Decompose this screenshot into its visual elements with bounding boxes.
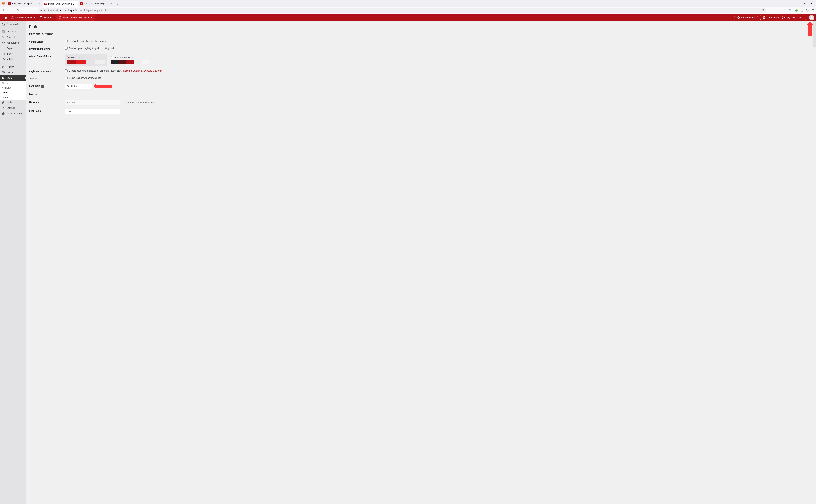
scrollbar[interactable] <box>813 21 816 47</box>
section-heading-personal: Personal Options <box>29 32 813 36</box>
toolbar-checkbox[interactable] <box>65 77 68 79</box>
browser-toolbar: 🡠 🡢 ⟳ https://uark.pressbooks.pub/styleg… <box>0 7 816 14</box>
browser-tab-bar: 🦊 PB Edit Chapter "Languages" ‹ Styl ✕ P… <box>0 0 816 7</box>
app-topbar: PB Administer Network My Books Style - U… <box>0 14 816 21</box>
admin-sidebar: Dashboard Organize Book Info Appearance … <box>0 21 26 504</box>
sidebar-item-export[interactable]: Export <box>0 46 26 51</box>
close-tab-icon[interactable]: ✕ <box>110 2 113 5</box>
puzzle-icon[interactable]: 🧩 <box>795 9 798 12</box>
tab-overflow-icon[interactable]: ⌄ <box>790 2 792 5</box>
back-button[interactable]: 🡠 <box>2 8 7 13</box>
pressbooks-logo[interactable]: PB <box>2 16 9 19</box>
main-content: Profile Personal Options Visual Editor D… <box>26 21 816 504</box>
select-value: Site Default <box>67 85 78 88</box>
svg-point-9 <box>811 16 813 18</box>
sidebar-label: Publish <box>7 58 14 61</box>
pressbooks-favicon-icon: PB <box>8 2 11 5</box>
sidebar-label: Plugins <box>7 66 14 68</box>
annotation-arrow-up <box>808 25 812 36</box>
clone-book-button[interactable]: Clone Book <box>760 15 783 20</box>
close-window-button[interactable]: ✕ <box>810 2 812 5</box>
svg-point-15 <box>3 108 4 108</box>
radio-pressbooks[interactable] <box>67 56 69 59</box>
svg-point-13 <box>2 77 3 78</box>
color-scheme-option-pressbooks[interactable]: Pressbooks <box>65 54 107 66</box>
keyboard-doc-link[interactable]: Documentation on Keyboard Shortcuts <box>123 69 162 72</box>
browser-tab[interactable]: PB How to Size Your Images for Pr ✕ <box>78 1 114 7</box>
sidebar-item-tools[interactable]: Tools <box>0 100 26 105</box>
swatches <box>67 60 105 64</box>
radio-a11y[interactable] <box>111 56 114 59</box>
syntax-label: Syntax Highlighting <box>29 47 65 50</box>
url-text: https://uark.pressbooks.pub/styleguide/w… <box>47 9 108 12</box>
sidebar-item-organize[interactable]: Organize <box>0 29 26 34</box>
sidebar-item-settings[interactable]: Settings <box>0 105 26 111</box>
sidebar-label: Book Info <box>7 36 16 38</box>
topbar-label: Administer Network <box>15 16 35 19</box>
firstname-label: First Name <box>29 109 65 112</box>
browser-tab[interactable]: PB Edit Chapter "Languages" ‹ Styl ✕ <box>7 1 43 7</box>
sidebar-label: Appearance <box>7 41 19 44</box>
keyboard-checkbox[interactable] <box>65 69 68 72</box>
pocket-icon[interactable] <box>784 9 787 12</box>
browser-tab-active[interactable]: PB Profile ‹ Style - University of Ar ✕ <box>43 1 78 7</box>
tab-title: Profile ‹ Style - University of Ar <box>48 3 74 5</box>
syntax-checkbox[interactable] <box>65 47 68 50</box>
sidebar-item-plugins[interactable]: Plugins <box>0 64 26 70</box>
sidebar-label: Dashboard <box>7 23 18 25</box>
sidebar-item-appearance[interactable]: Appearance <box>0 40 26 46</box>
maximize-button[interactable]: ▭ <box>804 2 806 5</box>
sidebar-item-bookinfo[interactable]: Book Info <box>0 34 26 40</box>
create-book-button[interactable]: Create Book <box>734 15 758 20</box>
svg-point-12 <box>3 72 4 73</box>
institution-icon <box>11 16 14 19</box>
sidebar-item-publish[interactable]: Publish <box>0 57 26 62</box>
sidebar-label: Export <box>7 47 13 50</box>
user-avatar[interactable] <box>809 15 814 20</box>
keyboard-text: Enable keyboard shortcuts for comment mo… <box>69 69 122 72</box>
language-select[interactable]: Site Default <box>65 84 92 89</box>
sidebar-item-import[interactable]: Import <box>0 51 26 57</box>
sidebar-item-media[interactable]: Media <box>0 70 26 75</box>
submenu-add-new[interactable]: Add New <box>0 85 26 90</box>
color-scheme-option-a11y[interactable]: Pressbooks a11y <box>109 54 151 66</box>
my-books-link[interactable]: My Books <box>37 14 56 21</box>
close-tab-icon[interactable]: ✕ <box>74 3 77 5</box>
sidebar-label: Collapse menu <box>7 112 22 115</box>
tab-title: Edit Chapter "Languages" ‹ Styl <box>12 3 38 5</box>
username-hint: Usernames cannot be changed. <box>123 101 156 104</box>
close-tab-icon[interactable]: ✕ <box>38 2 41 5</box>
bookmark-icon[interactable] <box>762 9 764 12</box>
submenu-profile[interactable]: Profile <box>0 90 26 95</box>
current-book-link[interactable]: Style - University of Arkansas <box>56 14 95 21</box>
extension-icon[interactable] <box>806 9 809 12</box>
submenu-all-users[interactable]: All Users <box>0 81 26 85</box>
add-users-button[interactable]: Add Users <box>784 15 806 20</box>
shield-icon <box>40 9 42 12</box>
visual-editor-checkbox[interactable] <box>65 40 68 42</box>
administer-network-link[interactable]: Administer Network <box>9 14 37 21</box>
firstname-input[interactable] <box>65 109 120 114</box>
svg-point-16 <box>2 112 5 115</box>
svg-rect-11 <box>2 72 5 73</box>
reader-icon[interactable] <box>800 9 803 12</box>
new-tab-button[interactable]: ＋ <box>115 2 120 7</box>
sidebar-collapse[interactable]: Collapse menu <box>0 111 26 116</box>
topbar-label: My Books <box>44 16 54 19</box>
address-bar[interactable]: https://uark.pressbooks.pub/styleguide/w… <box>38 8 766 13</box>
reload-button[interactable]: ⟳ <box>15 8 21 13</box>
minimize-button[interactable]: — <box>798 2 800 5</box>
color-scheme-label: Admin Color Scheme <box>29 54 65 57</box>
sidebar-label: Organize <box>7 30 16 33</box>
toolbar-label: Toolbar <box>29 77 65 80</box>
swatches <box>111 60 149 64</box>
submenu-bulk-add[interactable]: Bulk Add <box>0 95 26 100</box>
lock-icon <box>43 9 46 12</box>
sidebar-item-users[interactable]: Users <box>0 75 26 81</box>
sidebar-item-dashboard[interactable]: Dashboard <box>0 21 26 27</box>
zoom-icon[interactable]: 🔍 <box>789 9 792 12</box>
visual-editor-label: Visual Editor <box>29 40 65 43</box>
visual-editor-text: Disable the visual editor when writing <box>69 40 106 42</box>
forward-button: 🡢 <box>8 8 14 13</box>
menu-icon[interactable] <box>811 9 814 12</box>
